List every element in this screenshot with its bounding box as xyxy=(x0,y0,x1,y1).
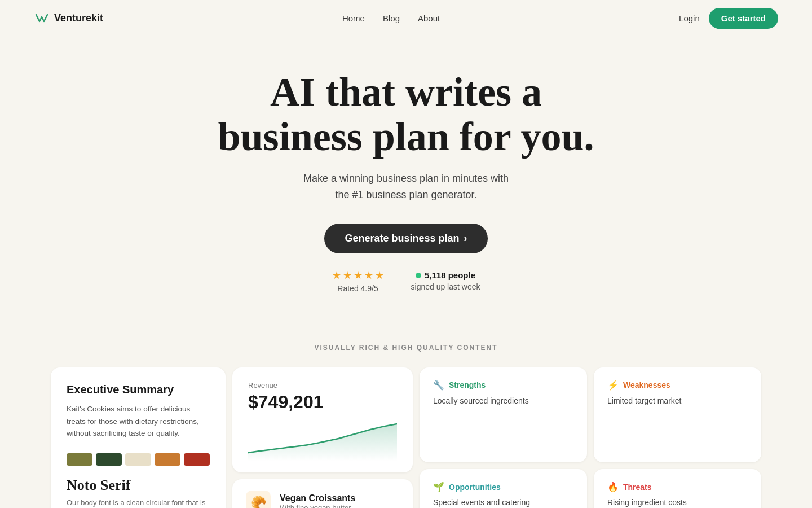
social-proof: ★ ★ ★ ★ ★ Rated 4.9/5 5,118 people signe… xyxy=(11,269,801,293)
product-info: Vegan Croissants With fine vegan butter xyxy=(280,493,355,508)
signups-count-row: 5,118 people xyxy=(416,270,475,280)
weaknesses-title: Weaknesses xyxy=(623,380,670,389)
swatch-1 xyxy=(67,453,92,466)
star-2: ★ xyxy=(343,269,352,282)
strengths-icon: 🔧 xyxy=(433,380,444,391)
nav-about[interactable]: About xyxy=(418,14,440,23)
revenue-label: Revenue xyxy=(248,381,397,389)
swot-strengths: 🔧 Strengths Locally sourced ingredients xyxy=(420,367,587,463)
weaknesses-text: Limited target market xyxy=(607,396,748,405)
stars: ★ ★ ★ ★ ★ xyxy=(332,269,384,282)
strengths-header: 🔧 Strengths xyxy=(433,380,573,391)
cta-label: Generate business plan xyxy=(345,233,459,244)
arrow-icon: › xyxy=(464,233,467,244)
weaknesses-header: ⚡ Weaknesses xyxy=(607,380,748,391)
swot-opportunities: 🌱 Opportunities Special events and cater… xyxy=(420,469,587,508)
swatch-2 xyxy=(96,453,122,466)
product-icon: 🥐 xyxy=(246,491,271,508)
star-4: ★ xyxy=(364,269,373,282)
revenue-card: Revenue $749,201 xyxy=(232,367,413,472)
star-5: ★ xyxy=(375,269,384,282)
swot-threats: 🔥 Threats Rising ingredient costs xyxy=(594,469,761,508)
rating-block: ★ ★ ★ ★ ★ Rated 4.9/5 xyxy=(332,269,384,293)
star-3: ★ xyxy=(354,269,363,282)
hero-section: AI that writes a business plan for you. … xyxy=(0,36,812,316)
threats-text: Rising ingredient costs xyxy=(607,498,748,507)
opportunities-icon: 🌱 xyxy=(433,481,444,492)
opportunities-header: 🌱 Opportunities xyxy=(433,481,573,492)
signups-subtitle: signed up last week xyxy=(411,282,480,291)
nav-home[interactable]: Home xyxy=(342,14,365,23)
product-name: Vegan Croissants xyxy=(280,493,355,503)
generate-business-plan-button[interactable]: Generate business plan › xyxy=(324,224,487,253)
strengths-title: Strengths xyxy=(449,380,486,389)
nav-links: Home Blog About xyxy=(342,14,440,23)
product-card: 🥐 Vegan Croissants With fine vegan butte… xyxy=(232,479,413,508)
middle-column: Revenue $749,201 🥐 Vegan Croi xyxy=(232,367,413,508)
get-started-button[interactable]: Get started xyxy=(709,8,778,29)
threats-icon: 🔥 xyxy=(607,481,619,492)
nav-actions: Login Get started xyxy=(679,8,778,29)
swatch-4 xyxy=(155,453,180,466)
swot-weaknesses: ⚡ Weaknesses Limited target market xyxy=(594,367,761,463)
product-desc: With fine vegan butter xyxy=(280,503,355,508)
hero-title: AI that writes a business plan for you. xyxy=(180,70,632,159)
green-dot-icon xyxy=(416,273,421,278)
threats-title: Threats xyxy=(623,483,652,492)
revenue-amount: $749,201 xyxy=(248,392,397,413)
section-label: VISUALLY RICH & HIGH QUALITY CONTENT xyxy=(0,344,812,352)
navbar: Venturekit Home Blog About Login Get sta… xyxy=(0,0,812,36)
color-swatches xyxy=(67,453,210,466)
swatch-3 xyxy=(125,453,151,466)
logo[interactable]: Venturekit xyxy=(34,10,103,26)
rating-text: Rated 4.9/5 xyxy=(337,284,378,293)
signups-block: 5,118 people signed up last week xyxy=(411,270,480,291)
swatch-5 xyxy=(184,453,210,466)
logo-text: Venturekit xyxy=(54,12,103,24)
exec-summary-card: Executive Summary Kait's Cookies aims to… xyxy=(51,367,226,508)
logo-icon xyxy=(34,10,50,26)
exec-summary-title: Executive Summary xyxy=(67,383,210,396)
signups-count: 5,118 people xyxy=(425,270,475,280)
nav-blog[interactable]: Blog xyxy=(383,14,400,23)
swot-grid: 🔧 Strengths Locally sourced ingredients … xyxy=(420,367,761,508)
exec-summary-text: Kait's Cookies aims to offer delicious t… xyxy=(67,403,210,440)
font-name: Noto Serif xyxy=(67,477,210,494)
opportunities-title: Opportunities xyxy=(449,483,501,492)
hero-subtitle: Make a winning business plan in minutes … xyxy=(11,170,801,203)
threats-header: 🔥 Threats xyxy=(607,481,748,492)
strengths-text: Locally sourced ingredients xyxy=(433,396,573,405)
star-1: ★ xyxy=(332,269,341,282)
cards-grid: Executive Summary Kait's Cookies aims to… xyxy=(17,367,795,508)
login-link[interactable]: Login xyxy=(679,14,700,23)
font-desc: Our body font is a clean circular font t… xyxy=(67,497,210,508)
opportunities-text: Special events and catering xyxy=(433,498,573,507)
weaknesses-icon: ⚡ xyxy=(607,380,619,391)
revenue-chart xyxy=(248,422,397,461)
